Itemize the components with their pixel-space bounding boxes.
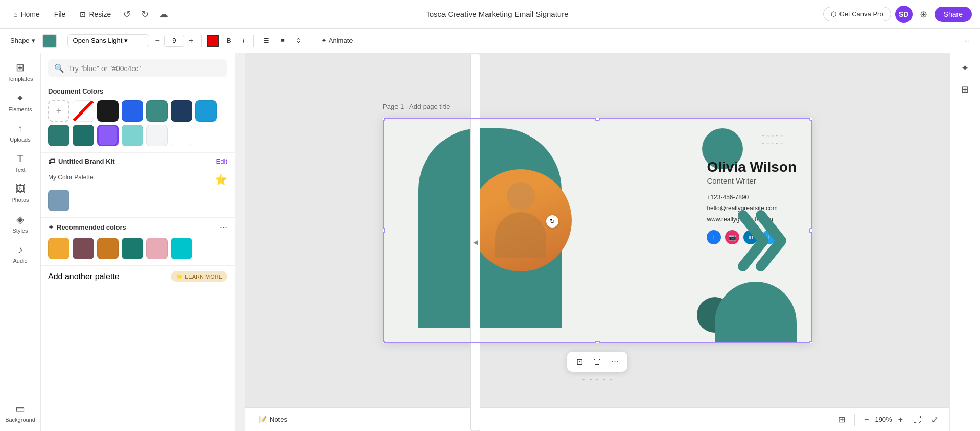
recommended-colors-title: ✦ Recommended colors <box>48 223 126 231</box>
rec-color-amber[interactable] <box>48 238 69 259</box>
delete-button[interactable]: 🗑 <box>590 355 604 368</box>
sidebar-item-uploads[interactable]: ↑ Uploads <box>2 119 39 147</box>
right-sidebar: ✦ ⊞ <box>949 53 980 431</box>
sidebar-item-styles[interactable]: ◈ Styles <box>2 209 39 238</box>
cloud-button[interactable]: ☁ <box>156 6 171 23</box>
rec-color-orange[interactable] <box>97 238 119 259</box>
uploads-icon: ↑ <box>18 123 23 134</box>
hide-panel-button[interactable]: ◀ <box>470 53 480 431</box>
list-button[interactable]: ☰ <box>259 34 273 47</box>
font-size-increase-button[interactable]: + <box>185 35 196 47</box>
font-size-value[interactable]: 9 <box>164 35 184 47</box>
sidebar-item-elements[interactable]: ✦ Elements <box>2 88 39 117</box>
handle-bl[interactable] <box>383 341 385 343</box>
animate-button[interactable]: ✦ Animate <box>316 34 358 47</box>
handle-tm[interactable] <box>595 118 600 121</box>
home-button[interactable]: ⌂ Home <box>8 7 45 21</box>
handle-ml[interactable] <box>383 228 385 233</box>
color-purple-selected[interactable] <box>97 125 119 146</box>
page-canvas[interactable]: ⌃⌃⌃⌃⌃⌃⌃⌃⌃⌃ ↻ <box>383 118 812 343</box>
font-selector[interactable]: Open Sans Light ▾ <box>67 34 149 47</box>
undo-button[interactable]: ↺ <box>120 6 134 23</box>
italic-button[interactable]: I <box>239 34 249 47</box>
chevron-down-icon: ▾ <box>32 37 35 44</box>
color-light-gray[interactable] <box>146 125 168 146</box>
document-colors-grid: + <box>41 98 235 152</box>
color-swatch[interactable] <box>42 34 57 48</box>
page-controls-button[interactable]: ⊞ <box>958 81 972 98</box>
document-title: Tosca Creative Marketing Email Signature <box>177 10 816 18</box>
group-button[interactable]: ⊡ <box>573 355 586 369</box>
color-white[interactable] <box>171 125 192 146</box>
rec-color-cyan[interactable] <box>171 238 192 259</box>
color-mid-teal[interactable] <box>73 125 94 146</box>
handle-br[interactable] <box>809 341 812 343</box>
notes-button[interactable]: 📝 Notes <box>253 413 292 426</box>
magic-button[interactable]: ✦ <box>958 59 972 77</box>
more-format-button[interactable]: ··· <box>960 34 974 47</box>
search-input-wrap[interactable]: 🔍 <box>48 59 227 77</box>
handle-mr[interactable] <box>809 228 812 233</box>
more-users-button[interactable]: ⊕ <box>917 6 930 23</box>
transparent-color[interactable] <box>73 100 94 122</box>
profile-refresh-button[interactable]: ↻ <box>546 215 558 228</box>
palette-color-steel-blue[interactable] <box>48 190 69 211</box>
sidebar-item-background[interactable]: ▭ Background <box>2 398 39 427</box>
elements-icon: ✦ <box>16 92 25 104</box>
rec-color-mauve[interactable] <box>73 238 94 259</box>
left-panel: 🔍 Document Colors + 🏷 Untitled Brand K <box>41 53 235 431</box>
align-button[interactable]: ≡ <box>276 34 289 47</box>
rec-color-dark-teal[interactable] <box>122 238 143 259</box>
handle-tl[interactable] <box>383 118 385 121</box>
color-light-teal[interactable] <box>122 125 143 146</box>
main-layout: ⊞ Templates ✦ Elements ↑ Uploads T Text … <box>0 53 980 431</box>
sidebar-item-photos[interactable]: 🖼 Photos <box>2 179 39 207</box>
search-input[interactable] <box>68 64 221 73</box>
share-button[interactable]: Share <box>935 7 972 22</box>
sidebar-item-templates[interactable]: ⊞ Templates <box>2 57 39 86</box>
zoom-in-button[interactable]: + <box>895 414 906 426</box>
color-dark-blue[interactable] <box>171 100 192 122</box>
sidebar-item-text[interactable]: T Text <box>2 149 39 177</box>
learn-more-button[interactable]: ⭐ LEARN MORE <box>171 271 227 282</box>
rec-color-pink[interactable] <box>146 238 168 259</box>
font-size-decrease-button[interactable]: − <box>152 35 163 47</box>
zoom-level[interactable]: 190% <box>875 416 892 423</box>
shape-button[interactable]: Shape ▾ <box>6 34 39 47</box>
get-canva-pro-button[interactable]: ⬡ Get Canva Pro <box>823 7 891 21</box>
zoom-out-button[interactable]: − <box>861 414 872 426</box>
resize-button[interactable]: ⊡ Resize <box>75 7 116 21</box>
color-teal[interactable] <box>146 100 168 122</box>
icon-sidebar: ⊞ Templates ✦ Elements ↑ Uploads T Text … <box>0 53 41 431</box>
floating-toolbar: ⊡ 🗑 ··· <box>567 352 627 372</box>
fullscreen-button[interactable]: ⤢ <box>928 413 941 426</box>
bold-button[interactable]: B <box>222 34 235 47</box>
notes-icon: 📝 <box>259 416 267 423</box>
brand-kit-edit-button[interactable]: Edit <box>216 157 227 165</box>
color-blue[interactable] <box>122 100 143 122</box>
handle-tr[interactable] <box>809 118 812 121</box>
recommended-more-button[interactable]: ··· <box>220 222 227 233</box>
handle-bm[interactable] <box>595 341 600 343</box>
page-title[interactable]: Page 1 - Add page title <box>383 103 450 110</box>
sidebar-item-audio[interactable]: ♪ Audio <box>2 240 39 268</box>
redo-button[interactable]: ↻ <box>138 6 152 23</box>
topbar-right: ⬡ Get Canva Pro SD ⊕ Share <box>823 6 972 23</box>
palette-star[interactable]: ⭐ <box>215 173 227 186</box>
text-color-swatch[interactable] <box>207 35 219 47</box>
brand-kit-title: 🏷 Untitled Brand Kit <box>48 157 115 165</box>
color-sky-blue[interactable] <box>195 100 217 122</box>
avatar[interactable]: SD <box>895 6 913 23</box>
add-color-button[interactable]: + <box>48 100 69 122</box>
decorative-chevrons-top: ⌃⌃⌃⌃⌃⌃⌃⌃⌃⌃ <box>761 133 784 149</box>
text-label: Text <box>15 167 25 173</box>
file-button[interactable]: File <box>49 7 71 21</box>
format-bar: Shape ▾ Open Sans Light ▾ − 9 + B I ☰ ≡ … <box>0 29 980 53</box>
more-options-button[interactable]: ··· <box>609 355 621 368</box>
fit-to-screen-button[interactable]: ⛶ <box>910 414 924 426</box>
show-pages-button[interactable]: ⊞ <box>835 413 848 426</box>
color-dark-teal[interactable] <box>48 125 69 146</box>
spacing-button[interactable]: ⇕ <box>292 34 306 47</box>
color-black[interactable] <box>97 100 119 122</box>
background-label: Background <box>5 417 35 423</box>
